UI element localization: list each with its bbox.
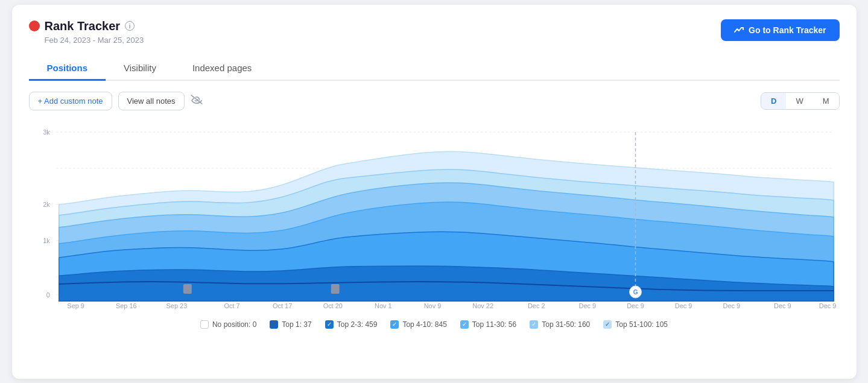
svg-text:G: G [633,288,638,295]
add-custom-note-button[interactable]: + Add custom note [29,92,112,110]
svg-text:Dec 9: Dec 9 [627,302,644,309]
info-icon[interactable]: i [125,21,135,31]
svg-text:Oct 20: Oct 20 [323,302,342,309]
legend-top410-icon: ✓ [390,320,399,329]
eye-slash-icon[interactable] [191,95,203,107]
legend-no-position-label: No position: 0 [212,320,256,329]
go-button-label: Go to Rank Tracker [749,25,826,35]
legend-top1130[interactable]: ✓ Top 11-30: 56 [460,320,516,329]
svg-text:Sep 23: Sep 23 [166,302,187,309]
period-week-button[interactable]: W [786,93,813,109]
view-notes-label: View all notes [127,97,176,106]
svg-text:Dec 9: Dec 9 [674,302,692,309]
svg-text:Oct 7: Oct 7 [224,302,239,309]
add-note-label: + Add custom note [38,97,103,106]
legend-top51100-label: Top 51-100: 105 [615,320,668,329]
period-month-button[interactable]: M [813,93,839,109]
legend-top1[interactable]: ✓ Top 1: 37 [270,320,311,329]
legend-top410-label: Top 4-10: 845 [402,320,446,329]
header: Rank Tracker i Feb 24, 2023 - Mar 25, 20… [29,19,840,45]
period-buttons: D W M [761,92,840,110]
legend-no-position[interactable]: No position: 0 [200,320,256,329]
svg-text:Dec 9: Dec 9 [723,302,740,309]
legend-top23[interactable]: ✓ Top 2-3: 459 [325,320,378,329]
svg-text:Sep 16: Sep 16 [115,302,136,309]
note-marker-1[interactable] [183,284,191,294]
svg-text:Dec 9: Dec 9 [819,302,836,309]
legend-top23-icon: ✓ [325,320,334,329]
period-day-button[interactable]: D [761,93,786,109]
legend-top51100[interactable]: ✓ Top 51-100: 105 [603,320,668,329]
tab-visibility[interactable]: Visibility [106,57,174,81]
status-dot [29,21,40,31]
header-title: Rank Tracker i [29,19,144,33]
svg-text:Oct 17: Oct 17 [273,302,292,309]
tab-indexed-pages[interactable]: Indexed pages [174,57,270,81]
date-range: Feb 24, 2023 - Mar 25, 2023 [45,36,144,45]
header-left: Rank Tracker i Feb 24, 2023 - Mar 25, 20… [29,19,144,45]
legend-top1-icon: ✓ [270,320,278,329]
svg-text:Nov 22: Nov 22 [472,302,493,309]
svg-text:Nov 1: Nov 1 [375,302,392,309]
legend-top3150-label: Top 31-50: 160 [542,320,590,329]
svg-text:2k: 2k [43,200,50,207]
svg-text:Sep 9: Sep 9 [67,302,84,309]
chart-area: 3k 2k 1k 0 [29,120,840,313]
toolbar: + Add custom note View all notes D W M [29,92,840,110]
go-to-rank-tracker-button[interactable]: Go to Rank Tracker [721,19,839,41]
view-all-notes-button[interactable]: View all notes [118,92,185,110]
svg-text:3k: 3k [43,128,50,135]
tab-positions[interactable]: Positions [29,57,106,81]
svg-text:Nov 9: Nov 9 [423,302,441,309]
chart-legend: No position: 0 ✓ Top 1: 37 ✓ Top 2-3: 45… [29,320,840,329]
svg-text:Dec 9: Dec 9 [578,302,596,309]
chart-svg: 3k 2k 1k 0 [29,120,840,313]
svg-text:1k: 1k [43,236,50,244]
toolbar-left: + Add custom note View all notes [29,92,203,110]
svg-text:Dec 9: Dec 9 [774,302,791,309]
rank-tracker-card: Rank Tracker i Feb 24, 2023 - Mar 25, 20… [12,5,857,379]
note-marker-2[interactable] [331,284,339,294]
legend-top23-label: Top 2-3: 459 [337,320,378,329]
svg-text:Dec 2: Dec 2 [527,302,545,309]
legend-top410[interactable]: ✓ Top 4-10: 845 [390,320,446,329]
tabs: Positions Visibility Indexed pages [29,57,840,81]
svg-text:0: 0 [46,291,49,298]
legend-top1130-label: Top 11-30: 56 [472,320,516,329]
app-title: Rank Tracker [45,19,121,33]
legend-top51100-icon: ✓ [603,320,612,329]
legend-top3150-icon: ✓ [530,320,538,329]
legend-no-position-icon [200,320,209,329]
legend-top3150[interactable]: ✓ Top 31-50: 160 [530,320,590,329]
legend-top1130-icon: ✓ [460,320,469,329]
trend-icon [734,25,744,35]
legend-top1-label: Top 1: 37 [282,320,311,329]
